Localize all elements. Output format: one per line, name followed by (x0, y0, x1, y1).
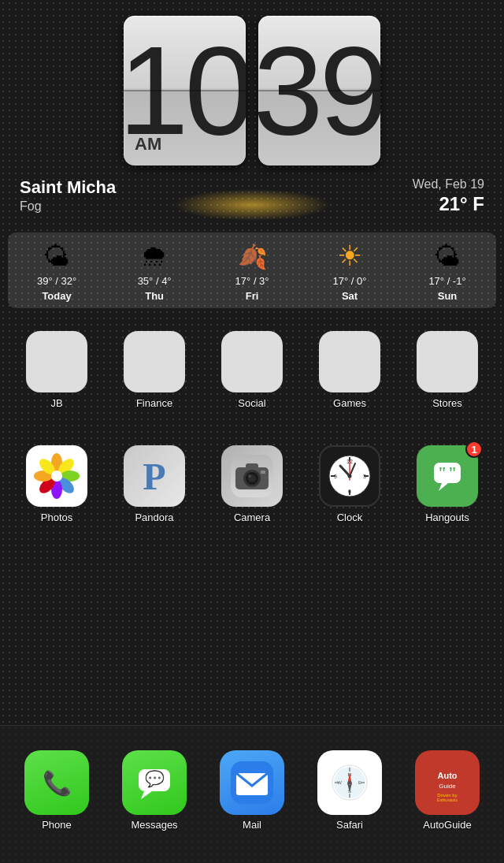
app-label-finance: Finance (136, 397, 172, 409)
svg-text:Enthusiasts: Enthusiasts (437, 798, 458, 802)
app-icon-finance[interactable] (124, 331, 185, 392)
app-icon-photos[interactable] (26, 445, 87, 507)
svg-text:": " (448, 464, 457, 482)
dock-label-autoguide: AutoGuide (423, 819, 471, 831)
forecast-icon-thu (135, 240, 174, 272)
safari-icon-svg: N S E W (328, 761, 371, 804)
app-stores[interactable]: Stores (408, 331, 487, 409)
phone-icon-svg: 📞 (37, 763, 76, 802)
forecast-day-fri: Fri (246, 290, 259, 302)
app-label-photos: Photos (41, 511, 72, 523)
app-label-clock: Clock (337, 511, 363, 523)
app-social[interactable]: Social (213, 331, 291, 409)
forecast-fri: 17° / 3° Fri (232, 240, 272, 302)
svg-text:💬: 💬 (145, 769, 165, 788)
svg-marker-39 (141, 791, 152, 799)
svg-text:6: 6 (348, 489, 351, 494)
svg-point-16 (248, 474, 251, 478)
dock-icon-messages[interactable]: 💬 (122, 750, 187, 815)
mail-icon-svg (231, 761, 273, 804)
flip-clock-digits: 10 AM 39 (124, 16, 380, 166)
app-photos[interactable]: Photos (17, 445, 96, 523)
forecast-sun: 17° / -1° Sun (428, 240, 467, 302)
svg-text:Auto: Auto (437, 771, 457, 780)
svg-point-9 (51, 471, 62, 482)
weather-date: Wed, Feb 19 (413, 177, 484, 192)
svg-text:9: 9 (334, 474, 337, 479)
hangouts-icon-svg: " " (426, 455, 469, 497)
svg-text:W: W (337, 780, 342, 785)
forecast-icon-sat (330, 240, 369, 272)
svg-rect-12 (246, 463, 258, 470)
app-icon-jb[interactable] (26, 331, 87, 392)
forecast-thu: 35° / 4° Thu (135, 240, 174, 302)
forecast-icon-fri (232, 240, 272, 272)
forecast-day-sat: Sat (342, 290, 358, 302)
messages-icon-svg: 💬 (135, 763, 174, 802)
dock-label-messages: Messages (131, 819, 177, 831)
app-label-pandora: Pandora (135, 511, 173, 523)
camera-icon-svg (231, 455, 273, 497)
svg-text:E: E (358, 780, 361, 785)
app-finance[interactable]: Finance (115, 331, 194, 409)
svg-text:": " (438, 464, 447, 482)
forecast-day-sun: Sun (438, 290, 458, 302)
dock-label-safari: Safari (336, 819, 363, 831)
dock-autoguide[interactable]: Auto Guide Driven by Enthusiasts AutoGui… (415, 750, 480, 831)
app-label-hangouts: Hangouts (425, 511, 469, 523)
dock-label-phone: Phone (42, 819, 72, 831)
dock-safari[interactable]: N S E W Safari (317, 750, 382, 831)
forecast-temp-thu: 35° / 4° (138, 275, 172, 287)
hangouts-badge: 1 (465, 441, 483, 458)
app-label-social: Social (238, 397, 265, 409)
forecast-sat: 17° / 0° Sat (330, 240, 369, 302)
forecast-day-thu: Thu (145, 290, 164, 302)
weather-location: Saint Micha (20, 177, 116, 198)
app-clock[interactable]: 12 3 6 9 Clock (310, 445, 389, 523)
dock-icon-mail[interactable] (220, 750, 284, 815)
svg-text:3: 3 (363, 474, 366, 479)
dock-label-mail: Mail (243, 819, 261, 831)
dock-icon-autoguide[interactable]: Auto Guide Driven by Enthusiasts (415, 750, 480, 815)
weather-left: Saint Micha Fog (20, 177, 116, 214)
forecast-temp-fri: 17° / 3° (235, 275, 269, 287)
forecast-temp-sat: 17° / 0° (333, 275, 367, 287)
app-games[interactable]: Games (310, 331, 389, 409)
flip-hour: 10 AM (124, 16, 246, 166)
weather-temp: 21° F (413, 193, 484, 215)
flip-minute: 39 (258, 16, 380, 166)
app-icon-clock[interactable]: 12 3 6 9 (319, 445, 380, 507)
dock-mail[interactable]: Mail (220, 750, 284, 831)
forecast-bar: 39° / 32° Today 35° / 4° Thu 17° / 3° Fr… (8, 232, 496, 308)
photos-icon-svg (32, 452, 81, 500)
app-icon-pandora[interactable]: P (124, 445, 185, 507)
dock-messages[interactable]: 💬 Messages (122, 750, 187, 831)
weather-condition: Fog (20, 199, 116, 214)
forecast-icon-sun (428, 240, 467, 272)
app-camera[interactable]: Camera (213, 445, 291, 523)
minute-display: 39 (258, 28, 380, 154)
forecast-temp-today: 39° / 32° (37, 275, 76, 287)
dock-phone[interactable]: 📞 Phone (24, 750, 89, 831)
app-row-1: JB Finance Social Games Stores (8, 331, 496, 409)
svg-text:📞: 📞 (43, 769, 72, 798)
weather-right: Wed, Feb 19 21° F (413, 177, 484, 215)
autoguide-icon-svg: Auto Guide Driven by Enthusiasts (426, 761, 469, 804)
dock-icon-safari[interactable]: N S E W (317, 750, 382, 815)
app-jb[interactable]: JB (17, 331, 96, 409)
app-icon-games[interactable] (319, 331, 380, 392)
dock-icon-phone[interactable]: 📞 (24, 750, 89, 815)
app-icon-social[interactable] (221, 331, 283, 392)
forecast-today: 39° / 32° Today (37, 240, 76, 302)
app-row-2: Photos P Pandora (8, 445, 496, 523)
app-icon-hangouts[interactable]: " " 1 (417, 445, 478, 507)
app-icon-stores[interactable] (417, 331, 478, 392)
app-pandora[interactable]: P Pandora (115, 445, 194, 523)
period-display: AM (135, 134, 161, 154)
app-hangouts[interactable]: " " 1 Hangouts (408, 445, 487, 523)
forecast-icon-today (37, 240, 76, 272)
app-label-camera: Camera (234, 511, 270, 523)
app-icon-camera[interactable] (221, 445, 283, 507)
forecast-temp-sun: 17° / -1° (428, 275, 465, 287)
app-label-stores: Stores (432, 397, 462, 409)
